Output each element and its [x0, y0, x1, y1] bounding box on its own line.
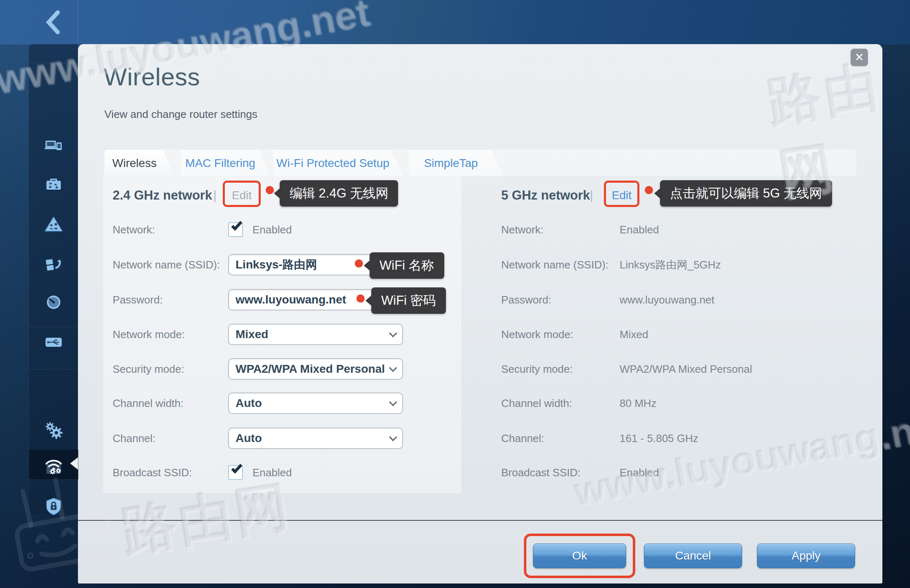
network-mode-value-5g: Mixed — [620, 324, 648, 345]
suitcase-icon — [44, 175, 64, 195]
edit-5g-tooltip: 点击就可以编辑 5G 无线网 — [660, 180, 832, 207]
password-value-5g: www.luyouwang.net — [620, 289, 714, 310]
broadcast-enabled-text-2g: Enabled — [252, 462, 292, 483]
sidebar-item-media-prioritization[interactable] — [29, 246, 78, 279]
apply-button[interactable]: Apply — [757, 543, 855, 568]
network-enabled-text-2g: Enabled — [252, 219, 292, 240]
network-value-5g: Enabled — [620, 219, 659, 240]
tab-wireless[interactable]: Wireless — [105, 150, 175, 176]
chevron-down-icon — [389, 364, 397, 372]
sidebar-item-external-storage[interactable] — [29, 326, 78, 359]
tab-wifi-protected-setup[interactable]: Wi-Fi Protected Setup — [273, 150, 403, 176]
tab-simpletap[interactable]: SimpleTap — [409, 150, 504, 176]
separator: | — [590, 182, 593, 209]
security-mode-select-2g[interactable]: WPA2/WPA Mixed Personal — [228, 358, 403, 380]
password-label-5g: Password: — [501, 289, 551, 310]
red-dot — [355, 259, 363, 268]
security-mode-label-5g: Security mode: — [501, 358, 573, 380]
channel-width-value-5g: 80 MHz — [620, 393, 657, 414]
divider — [29, 63, 78, 63]
usb-storage-icon — [44, 332, 64, 352]
dialog-subtitle: View and change router settings — [104, 108, 257, 121]
chevron-down-icon — [389, 329, 397, 337]
wifi-settings-icon — [43, 454, 64, 475]
edit-5g-highlight-annotation — [604, 181, 639, 207]
channel-width-select-2g[interactable]: Auto — [228, 393, 403, 414]
divider — [29, 327, 78, 327]
top-bar — [0, 0, 910, 45]
speed-test-icon — [44, 292, 64, 312]
security-mode-value-5g: WPA2/WPA Mixed Personal — [620, 358, 752, 380]
footer-divider — [78, 520, 882, 521]
sidebar-item-parental-controls[interactable] — [29, 208, 78, 241]
devices-icon — [44, 136, 64, 155]
back-button[interactable] — [40, 9, 67, 35]
sidebar-item-speed-test[interactable] — [29, 286, 78, 319]
divider — [29, 480, 78, 480]
divider — [29, 369, 78, 369]
cancel-button[interactable]: Cancel — [644, 543, 742, 568]
sidebar-item-security[interactable] — [29, 490, 78, 523]
network-label-5g: Network: — [501, 219, 544, 240]
router-admin-screen: ✕ Wireless View and change router settin… — [0, 0, 910, 588]
password-label-2g: Password: — [113, 289, 163, 310]
close-icon: ✕ — [855, 51, 864, 64]
sidebar-item-guest-access[interactable] — [29, 168, 78, 201]
ssid-label-5g: Network name (SSID): — [501, 254, 608, 275]
password-tooltip: WiFi 密码 — [371, 287, 446, 314]
network-mode-label-2g: Network mode: — [113, 324, 185, 345]
channel-width-label-2g: Channel width: — [113, 393, 184, 414]
ssid-tooltip: WiFi 名称 — [370, 252, 444, 279]
tab-bar: Wireless MAC Filtering Wi-Fi Protected S… — [104, 150, 856, 176]
network-enabled-checkbox-2g[interactable] — [228, 222, 243, 237]
dialog-title: Wireless — [104, 63, 200, 91]
gears-icon — [44, 420, 64, 440]
channel-label-5g: Channel: — [501, 428, 544, 449]
channel-value-5g: 161 - 5.805 GHz — [620, 428, 698, 449]
close-button[interactable]: ✕ — [851, 49, 868, 66]
broadcast-ssid-label-5g: Broadcast SSID: — [501, 462, 580, 483]
tab-mac-filtering[interactable]: MAC Filtering — [181, 150, 271, 176]
sidebar-item-connectivity[interactable] — [29, 414, 78, 447]
media-prioritization-icon — [44, 253, 64, 273]
separator: | — [213, 182, 217, 209]
security-mode-label-2g: Security mode: — [113, 358, 184, 380]
shield-lock-icon — [44, 496, 64, 516]
network-mode-label-5g: Network mode: — [501, 324, 573, 345]
ssid-label-2g: Network name (SSID): — [113, 254, 220, 275]
edit-2g-tooltip: 编辑 2.4G 无线网 — [280, 180, 398, 207]
top-bar-seam — [78, 0, 78, 45]
edit-2g-highlight-annotation — [223, 181, 261, 207]
network-mode-select-2g[interactable]: Mixed — [228, 324, 403, 345]
chevron-down-icon — [389, 433, 397, 441]
heading-2g: 2.4 GHz network — [113, 182, 212, 209]
red-dot — [356, 294, 365, 303]
chevron-left-icon — [40, 9, 67, 35]
ok-highlight-annotation — [524, 534, 635, 578]
active-item-pointer — [70, 457, 78, 470]
channel-select-2g[interactable]: Auto — [228, 428, 403, 449]
red-dot — [645, 186, 653, 194]
network-label-2g: Network: — [113, 219, 155, 240]
channel-width-label-5g: Channel width: — [501, 393, 572, 414]
red-dot — [266, 186, 274, 194]
broadcast-value-5g: Enabled — [620, 462, 659, 483]
sidebar-item-devices[interactable] — [29, 129, 78, 162]
heading-5g: 5 GHz network — [501, 182, 590, 209]
ssid-value-5g: Linksys路由网_5GHz — [620, 254, 721, 275]
parental-controls-icon — [44, 214, 64, 234]
broadcast-ssid-checkbox-2g[interactable] — [228, 465, 243, 480]
broadcast-ssid-label-2g: Broadcast SSID: — [113, 462, 192, 483]
chevron-down-icon — [389, 398, 397, 406]
sidebar — [28, 44, 78, 514]
channel-label-2g: Channel: — [113, 428, 156, 449]
